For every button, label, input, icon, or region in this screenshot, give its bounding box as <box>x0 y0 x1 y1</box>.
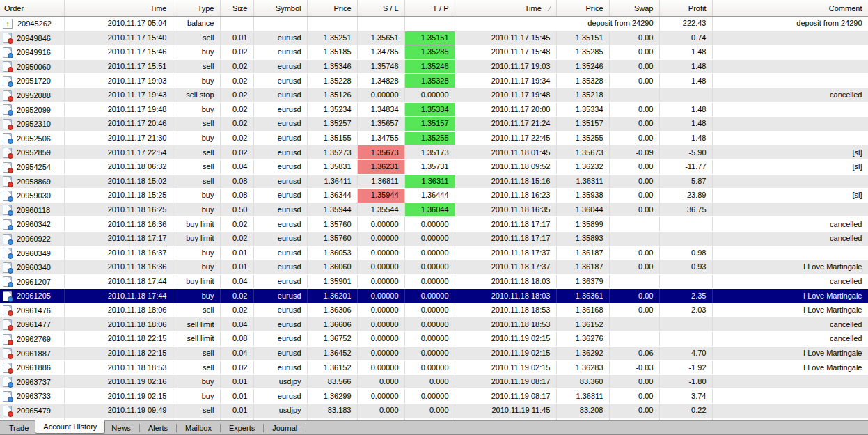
cell-type: sell <box>173 59 220 74</box>
red-dot-icon <box>8 368 13 374</box>
cell-comment: cancelled <box>712 274 868 289</box>
tab-account-history[interactable]: Account History <box>35 420 105 434</box>
column-header-symbol[interactable]: Symbol <box>253 0 307 17</box>
table-row[interactable]: 209499162010.11.17 15:46buy0.02eurusd1.3… <box>0 45 868 60</box>
blue-dot-icon <box>8 282 13 287</box>
sell-order-icon <box>3 33 12 43</box>
column-header-comment[interactable]: Comment <box>712 0 868 17</box>
table-row[interactable]: 209542542010.11.18 06:32sell0.04eurusd1.… <box>0 159 868 174</box>
cell-close-price: 1.36379 <box>556 274 609 289</box>
cell-open-time: 2010.11.18 15:02 <box>64 174 173 189</box>
column-header-type[interactable]: Type <box>173 0 220 17</box>
tab-trade[interactable]: Trade <box>3 424 35 432</box>
table-row[interactable]: 209627692010.11.18 22:15sell limit0.08eu… <box>0 332 868 347</box>
table-row[interactable]: 209612072010.11.18 17:44buy limit0.04eur… <box>0 274 868 289</box>
cell-type: sell stop <box>173 88 220 102</box>
order-number: 20951720 <box>17 77 51 85</box>
table-row[interactable]: 209517202010.11.17 19:03buy0.02eurusd1.3… <box>0 74 868 88</box>
cell-order: 20960340 <box>0 260 64 275</box>
column-header-sl[interactable]: S / L <box>357 0 404 17</box>
cell-swap <box>609 231 659 246</box>
table-row[interactable]: 209609222010.11.18 17:17buy limit0.02eur… <box>0 231 868 246</box>
table-row[interactable]: 209528592010.11.17 22:54sell0.02eurusd1.… <box>0 145 868 160</box>
table-row[interactable]: 209523102010.11.17 20:46sell0.02eurusd1.… <box>0 117 868 132</box>
table-row[interactable]: 209590302010.11.18 15:25buy0.08eurusd1.3… <box>0 189 868 203</box>
table-row[interactable]: 209603492010.11.18 16:37buy0.01eurusd1.3… <box>0 246 868 260</box>
cell-type: sell <box>173 31 220 45</box>
cell-tp: 1.35328 <box>404 74 455 88</box>
column-header-close_price[interactable]: Price <box>556 0 609 17</box>
cell-sl: 0.00000 <box>357 246 404 260</box>
cell-profit: 0.74 <box>659 31 712 45</box>
table-row[interactable]: 209601182010.11.18 16:25buy0.50eurusd1.3… <box>0 203 868 217</box>
tab-mailbox[interactable]: Mailbox <box>179 424 218 432</box>
cell-open-time: 2010.11.18 17:44 <box>64 274 173 289</box>
cell-symbol: eurusd <box>253 174 307 189</box>
cell-symbol: eurusd <box>253 346 307 361</box>
cell-order: 20962769 <box>0 332 64 347</box>
cell-size: 0.04 <box>220 159 253 174</box>
cell-sl: 0.00000 <box>357 289 404 303</box>
cell-order: 20950060 <box>0 59 64 74</box>
cell-open-price: 1.36752 <box>307 332 357 347</box>
cell-tp: 0.00000 <box>404 88 455 102</box>
table-row[interactable]: 209654792010.11.19 09:49sell0.01usdjpy83… <box>0 404 868 418</box>
tab-news[interactable]: News <box>105 424 137 432</box>
table-row[interactable]: 209618872010.11.18 22:15sell0.04eurusd1.… <box>0 346 868 361</box>
tab-alerts[interactable]: Alerts <box>142 424 174 432</box>
cell-symbol: eurusd <box>253 31 307 45</box>
buy-order-icon <box>3 420 12 420</box>
cell-profit: -5.90 <box>659 145 712 160</box>
cell-swap: 0.00 <box>609 74 659 88</box>
tab-experts[interactable]: Experts <box>223 424 261 432</box>
column-header-close_time[interactable]: Time∕ <box>455 0 556 17</box>
table-row[interactable]: 209614762010.11.18 18:06sell0.02eurusd1.… <box>0 303 868 317</box>
table-row[interactable]: 209618862010.11.18 18:53sell0.02eurusd1.… <box>0 361 868 375</box>
cell-order: 20961476 <box>0 303 64 317</box>
table-row[interactable]: 209588692010.11.18 15:02sell0.08eurusd1.… <box>0 174 868 189</box>
tab-divider <box>306 424 306 432</box>
column-header-size[interactable]: Size <box>220 0 253 17</box>
order-number: 20963733 <box>17 392 51 400</box>
cell-close-time: 2010.11.19 11:45 <box>455 404 556 418</box>
table-row[interactable]: 209612052010.11.18 17:44buy0.02eurusd1.3… <box>0 289 868 303</box>
cell-sl: 0.000 <box>357 374 404 389</box>
column-header-order[interactable]: Order <box>0 0 64 17</box>
cell-sl: 0.00000 <box>357 260 404 275</box>
table-row[interactable]: 209498462010.11.17 15:40sell0.01eurusd1.… <box>0 31 868 45</box>
table-row[interactable]: 209525062010.11.17 21:30buy0.02eurusd1.3… <box>0 131 868 145</box>
column-header-profit[interactable]: Profit <box>659 0 712 17</box>
cell-type: balance <box>173 17 220 31</box>
cell-tp: 1.35255 <box>404 131 455 145</box>
column-header-open_time[interactable]: Time <box>64 0 173 17</box>
column-header-open_price[interactable]: Price <box>307 0 357 17</box>
cell-sl: 0.00000 <box>357 346 404 361</box>
cell-comment: I Love Martingale <box>712 289 868 303</box>
table-row[interactable]: 209603402010.11.18 16:36buy0.01eurusd1.3… <box>0 260 868 275</box>
cell-size: 0.02 <box>220 45 253 60</box>
table-row[interactable]: ↑209452622010.11.17 05:04balancedeposit … <box>0 17 868 31</box>
table-row[interactable]: 209614772010.11.18 18:06sell limit0.04eu… <box>0 317 868 332</box>
cell-symbol: eurusd <box>253 246 307 260</box>
cell-swap: 0.00 <box>609 374 659 389</box>
table-row[interactable]: 209500602010.11.17 15:51sell0.02eurusd1.… <box>0 59 868 74</box>
cell-close-price: 1.36168 <box>556 303 609 317</box>
order-number: 20949916 <box>17 48 51 56</box>
table-row[interactable]: 209603422010.11.18 16:36buy limit0.02eur… <box>0 217 868 232</box>
cell-close-time: 2010.11.17 19:48 <box>455 88 556 102</box>
table-row[interactable]: 209637372010.11.19 02:16buy0.01usdjpy83.… <box>0 374 868 389</box>
cell-type: buy <box>173 74 220 88</box>
table-row[interactable]: 209520882010.11.17 19:43sell stop0.02eur… <box>0 88 868 102</box>
table-row[interactable]: 209520992010.11.17 19:48buy0.02eurusd1.3… <box>0 102 868 117</box>
cell-open-time: 2010.11.17 15:40 <box>64 31 173 45</box>
tab-journal[interactable]: Journal <box>266 424 303 432</box>
cell-profit: 222.43 <box>659 17 712 31</box>
buy-order-icon <box>3 234 12 244</box>
cell-symbol: eurusd <box>253 159 307 174</box>
cell-comment: cancelled <box>712 231 868 246</box>
column-header-tp[interactable]: T / P <box>404 0 455 17</box>
table-row[interactable]: 209637332010.11.19 02:15buy0.01eurusd1.3… <box>0 389 868 404</box>
order-number: 20952099 <box>17 105 51 113</box>
cell-tp: 0.000 <box>404 404 455 418</box>
column-header-swap[interactable]: Swap <box>609 0 659 17</box>
